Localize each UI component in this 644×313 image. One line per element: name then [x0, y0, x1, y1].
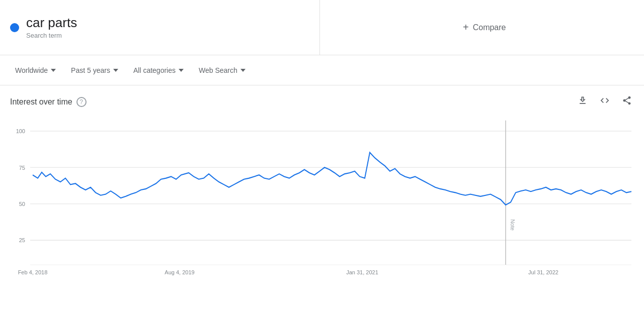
location-label: Worldwide: [15, 66, 48, 74]
search-term-dot: [10, 23, 19, 32]
search-term-sublabel: Search term: [26, 32, 62, 39]
chart-title: Interest over time: [10, 97, 72, 107]
time-range-filter[interactable]: Past 5 years: [66, 63, 123, 77]
svg-text:Feb 4, 2018: Feb 4, 2018: [18, 269, 48, 275]
svg-text:Note: Note: [510, 220, 515, 231]
help-icon[interactable]: ?: [76, 97, 87, 107]
compare-button[interactable]: + Compare: [463, 22, 506, 33]
interest-chart: 100 75 50 25 Note Feb 4, 2018 Aug 4, 201…: [10, 115, 634, 281]
search-type-label: Web Search: [199, 66, 237, 74]
chart-section: Interest over time ?: [0, 85, 644, 286]
plus-icon: +: [463, 22, 469, 33]
search-term-section: car parts Search term: [10, 0, 320, 55]
svg-text:Jan 31, 2021: Jan 31, 2021: [346, 269, 378, 275]
compare-section: + Compare: [320, 22, 634, 33]
chart-title-area: Interest over time ?: [10, 97, 87, 107]
svg-text:Jul 31, 2022: Jul 31, 2022: [528, 269, 558, 275]
svg-text:25: 25: [19, 237, 25, 243]
location-filter[interactable]: Worldwide: [10, 63, 61, 77]
svg-text:75: 75: [19, 164, 25, 170]
categories-label: All categories: [133, 66, 176, 74]
compare-label: Compare: [473, 23, 506, 32]
chart-header: Interest over time ?: [10, 93, 634, 110]
header: car parts Search term + Compare: [0, 0, 644, 55]
time-range-label: Past 5 years: [71, 66, 110, 74]
svg-text:Aug 4, 2019: Aug 4, 2019: [165, 269, 194, 275]
search-type-chevron-icon: [240, 69, 246, 72]
chart-actions: [576, 93, 634, 110]
search-type-filter[interactable]: Web Search: [194, 63, 251, 77]
svg-text:50: 50: [19, 201, 25, 207]
search-term-heading: car parts: [26, 15, 77, 31]
chart-container: 100 75 50 25 Note Feb 4, 2018 Aug 4, 201…: [10, 115, 634, 281]
time-range-chevron-icon: [113, 69, 118, 72]
download-button[interactable]: [576, 93, 590, 110]
categories-chevron-icon: [179, 69, 184, 72]
categories-filter[interactable]: All categories: [128, 63, 189, 77]
svg-text:100: 100: [16, 128, 25, 134]
location-chevron-icon: [51, 69, 56, 72]
search-term-text: car parts Search term: [26, 15, 77, 40]
embed-button[interactable]: [598, 93, 612, 110]
filter-bar: Worldwide Past 5 years All categories We…: [0, 55, 644, 85]
share-button[interactable]: [620, 93, 634, 110]
